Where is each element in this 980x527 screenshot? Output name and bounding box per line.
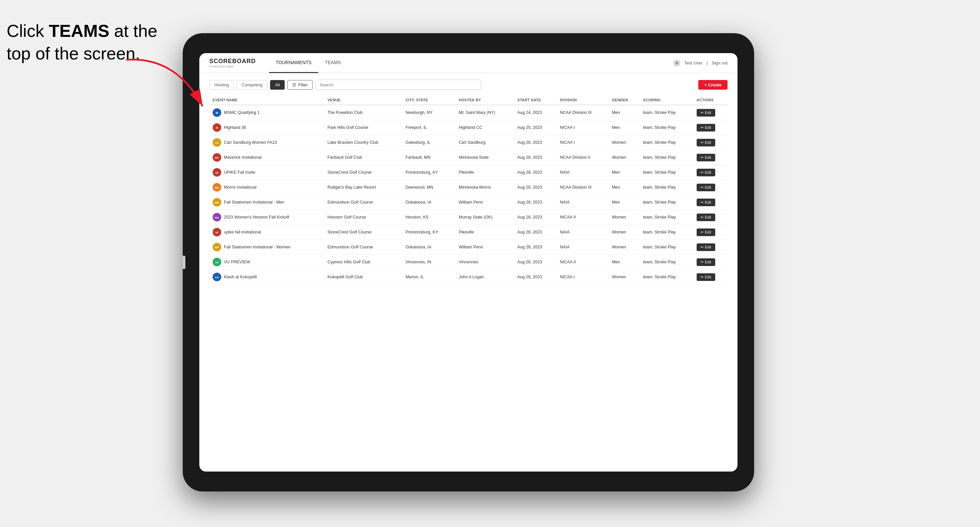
cell-event-name: MV Maverick Invitational bbox=[209, 150, 324, 165]
pencil-icon: ✏ bbox=[701, 200, 703, 205]
edit-label: Edit bbox=[705, 111, 711, 114]
nav-teams[interactable]: TEAMS bbox=[318, 53, 347, 73]
edit-button[interactable]: ✏ Edit bbox=[697, 273, 715, 281]
logo-sub: Powered by clippit bbox=[209, 65, 256, 68]
cell-gender: Men bbox=[609, 180, 640, 195]
cell-city-state: Oskaloosa, IA bbox=[402, 240, 455, 255]
cell-venue: Lake Bracken Country Club bbox=[324, 135, 402, 150]
cell-actions: ✏ Edit bbox=[693, 120, 727, 135]
cell-venue: Hesston Golf Course bbox=[324, 210, 402, 225]
cell-hosted-by: William Penn bbox=[455, 195, 514, 210]
cell-division: NAIA bbox=[557, 225, 608, 240]
edit-button[interactable]: ✏ Edit bbox=[697, 184, 715, 191]
svg-text:WP: WP bbox=[215, 246, 220, 249]
cell-hosted-by: Vincennes bbox=[455, 255, 514, 270]
event-name-text: Highland 36 bbox=[224, 125, 246, 130]
filter-bar: Hosting Competing All ☰ Filter + Create bbox=[209, 80, 727, 90]
edit-button[interactable]: ✏ Edit bbox=[697, 124, 715, 132]
filter-icon-btn[interactable]: ☰ Filter bbox=[287, 80, 313, 90]
event-logo: UP bbox=[213, 228, 221, 237]
cell-gender: Women bbox=[609, 210, 640, 225]
cell-division: NAIA bbox=[557, 195, 608, 210]
tournaments-table: EVENT NAME VENUE CITY, STATE HOSTED BY S… bbox=[209, 95, 727, 284]
cell-gender: Men bbox=[609, 105, 640, 120]
nav-signout[interactable]: Sign out bbox=[711, 60, 727, 65]
cell-gender: Women bbox=[609, 225, 640, 240]
col-venue: VENUE bbox=[324, 95, 402, 105]
cell-actions: ✏ Edit bbox=[693, 105, 727, 120]
edit-button[interactable]: ✏ Edit bbox=[697, 198, 715, 206]
event-logo: VU bbox=[213, 258, 221, 266]
tablet-frame: SCOREBOARD Powered by clippit TOURNAMENT… bbox=[183, 33, 754, 492]
search-input[interactable] bbox=[315, 80, 481, 90]
event-logo: H bbox=[213, 123, 221, 132]
hosting-filter-btn[interactable]: Hosting bbox=[209, 80, 234, 90]
gear-icon[interactable]: ⚙ bbox=[673, 59, 680, 67]
cell-start-date: Aug 26, 2023 bbox=[514, 135, 557, 150]
cell-event-name: MO Morris Invitational bbox=[209, 180, 324, 195]
cell-event-name: WP Fall Statesmen Invitational - Women bbox=[209, 240, 324, 255]
cell-venue: Park Hills Golf Course bbox=[324, 120, 402, 135]
instruction-text: Click TEAMS at the top of the screen. bbox=[6, 20, 158, 65]
cell-start-date: Aug 28, 2023 bbox=[514, 150, 557, 165]
cell-division: NICAA I bbox=[557, 120, 608, 135]
nav-tournaments[interactable]: TOURNAMENTS bbox=[269, 53, 318, 73]
cell-venue: The Powelton Club bbox=[324, 105, 402, 120]
cell-division: NICAA II bbox=[557, 255, 608, 270]
edit-button[interactable]: ✏ Edit bbox=[697, 169, 715, 176]
cell-hosted-by: Mt. Saint Mary (NY) bbox=[455, 105, 514, 120]
cell-gender: Men bbox=[609, 165, 640, 180]
edit-label: Edit bbox=[705, 260, 711, 264]
cell-hosted-by: Highland CC bbox=[455, 120, 514, 135]
table-row: UP UPIKE Fall Invite StoneCrest Golf Cou… bbox=[209, 165, 727, 180]
edit-label: Edit bbox=[705, 156, 711, 159]
pencil-icon: ✏ bbox=[701, 230, 703, 235]
create-button[interactable]: + Create bbox=[698, 80, 727, 90]
all-filter-btn[interactable]: All bbox=[270, 80, 285, 90]
cell-hosted-by: Murray State (OK) bbox=[455, 210, 514, 225]
cell-venue: Edmundson Golf Course bbox=[324, 195, 402, 210]
event-logo: WP bbox=[213, 243, 221, 251]
cell-start-date: Aug 28, 2023 bbox=[514, 195, 557, 210]
cell-event-name: M MSMC Qualifying 1 bbox=[209, 105, 324, 120]
competing-filter-btn[interactable]: Competing bbox=[237, 80, 267, 90]
edit-button[interactable]: ✏ Edit bbox=[697, 229, 715, 236]
event-logo: KK bbox=[213, 273, 221, 281]
cell-scoring: team, Stroke Play bbox=[640, 195, 693, 210]
cell-city-state: Newburgh, NY bbox=[402, 105, 455, 120]
edit-label: Edit bbox=[705, 245, 711, 249]
event-name-text: VU PREVIEW bbox=[224, 260, 250, 264]
col-city-state: CITY, STATE bbox=[402, 95, 455, 105]
cell-city-state: Hesston, KS bbox=[402, 210, 455, 225]
cell-scoring: team, Stroke Play bbox=[640, 180, 693, 195]
table-row: VU VU PREVIEW Cypress Hills Golf Club Vi… bbox=[209, 255, 727, 270]
pencil-icon: ✏ bbox=[701, 170, 703, 175]
cell-city-state: Deerwood, MN bbox=[402, 180, 455, 195]
edit-button[interactable]: ✏ Edit bbox=[697, 109, 715, 117]
svg-text:H: H bbox=[216, 126, 218, 130]
cell-division: NAIA bbox=[557, 165, 608, 180]
nav-right: ⚙ Test User | Sign out bbox=[673, 59, 727, 67]
edit-button[interactable]: ✏ Edit bbox=[697, 214, 715, 221]
col-start-date: START DATE bbox=[514, 95, 557, 105]
event-name-text: Maverick Invitational bbox=[224, 155, 261, 160]
edit-button[interactable]: ✏ Edit bbox=[697, 243, 715, 251]
cell-actions: ✏ Edit bbox=[693, 255, 727, 270]
cell-venue: Edmundson Golf Course bbox=[324, 240, 402, 255]
cell-event-name: UP UPIKE Fall Invite bbox=[209, 165, 324, 180]
cell-start-date: Aug 28, 2023 bbox=[514, 180, 557, 195]
edit-button[interactable]: ✏ Edit bbox=[697, 154, 715, 161]
cell-event-name: H Highland 36 bbox=[209, 120, 324, 135]
cell-event-name: VU VU PREVIEW bbox=[209, 255, 324, 270]
event-name-text: 2023 Women's Hesston Fall Kickoff bbox=[224, 215, 289, 219]
cell-city-state: Marion, IL bbox=[402, 270, 455, 284]
edit-label: Edit bbox=[705, 140, 711, 144]
edit-label: Edit bbox=[705, 185, 711, 189]
svg-text:UP: UP bbox=[215, 232, 219, 234]
cell-scoring: team, Stroke Play bbox=[640, 165, 693, 180]
edit-button[interactable]: ✏ Edit bbox=[697, 139, 715, 146]
table-row: M MSMC Qualifying 1 The Powelton Club Ne… bbox=[209, 105, 727, 120]
edit-button[interactable]: ✏ Edit bbox=[697, 258, 715, 266]
cell-gender: Women bbox=[609, 135, 640, 150]
cell-event-name: UP upike fall invitational bbox=[209, 225, 324, 240]
